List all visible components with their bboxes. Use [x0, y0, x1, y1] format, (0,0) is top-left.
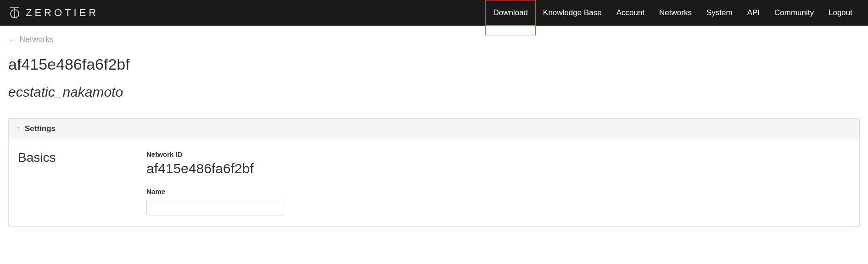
nav-community[interactable]: Community [767, 0, 821, 26]
nav-networks[interactable]: Networks [652, 0, 699, 26]
nav-logout[interactable]: Logout [821, 0, 860, 26]
back-to-networks-link[interactable]: ← Networks [8, 35, 54, 44]
nav-logout-label: Logout [829, 8, 852, 17]
nav-account[interactable]: Account [609, 0, 652, 26]
basics-fields: Network ID af415e486fa6f2bf Name [146, 150, 850, 215]
network-id-label: Network ID [146, 150, 850, 158]
network-name-heading: ecstatic_nakamoto [8, 84, 860, 100]
arrow-left-icon: ← [8, 36, 17, 44]
zerotier-logo-icon [8, 6, 21, 19]
nav-api-label: API [747, 8, 760, 17]
nav-community-label: Community [774, 8, 814, 17]
arrow-up-icon: ↑ [16, 125, 20, 133]
network-name-input[interactable] [146, 200, 284, 215]
settings-panel-body: Basics Network ID af415e486fa6f2bf Name [9, 139, 859, 226]
nav-api[interactable]: API [740, 0, 767, 26]
nav-download[interactable]: Download [485, 0, 536, 26]
nav-networks-label: Networks [659, 8, 692, 17]
network-id-heading: af415e486fa6f2bf [8, 55, 860, 73]
nav-links: Download Knowledge Base Account Networks… [485, 0, 860, 26]
settings-panel-title: Settings [25, 124, 56, 133]
nav-account-label: Account [616, 8, 644, 17]
settings-panel: ↑ Settings Basics Network ID af415e486fa… [8, 118, 860, 227]
nav-knowledge-base[interactable]: Knowledge Base [536, 0, 609, 26]
name-label: Name [146, 187, 850, 195]
network-id-value: af415e486fa6f2bf [146, 161, 850, 176]
nav-download-label: Download [493, 8, 528, 17]
nav-system-label: System [706, 8, 733, 17]
back-link-label: Networks [19, 35, 54, 44]
top-nav: ZEROTIER Download Knowledge Base Account… [0, 0, 868, 26]
brand[interactable]: ZEROTIER [8, 6, 99, 19]
nav-system[interactable]: System [699, 0, 740, 26]
nav-knowledge-base-label: Knowledge Base [543, 8, 602, 17]
basics-section-title: Basics [18, 150, 128, 215]
settings-panel-header[interactable]: ↑ Settings [9, 119, 859, 139]
page-content: ← Networks af415e486fa6f2bf ecstatic_nak… [0, 26, 868, 227]
brand-name: ZEROTIER [26, 7, 99, 19]
